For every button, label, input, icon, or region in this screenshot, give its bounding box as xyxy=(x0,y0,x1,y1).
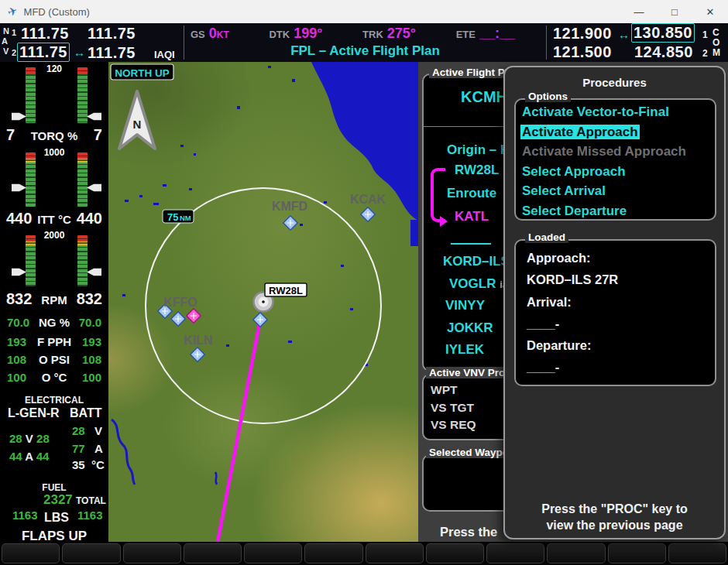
nav-swap-icon[interactable]: ↔ xyxy=(74,46,85,59)
fpl-list-jokkr[interactable]: JOKKR xyxy=(447,320,493,336)
groundspeed-field: GS0KT xyxy=(191,26,229,42)
fpl-list-iylek[interactable]: IYLEK xyxy=(445,342,484,358)
nav2-number: 2 xyxy=(12,48,16,57)
water-specks xyxy=(122,66,368,366)
fpl-list-vinyy[interactable]: VINYY xyxy=(445,298,485,313)
com-letter-m: M xyxy=(713,47,720,58)
waypoint-diamond-kcak xyxy=(361,207,375,221)
ng-row: 70.0NG %70.0 xyxy=(0,316,108,329)
options-box: Activate Vector-to-Final Activate Approa… xyxy=(514,98,716,221)
waypoint-label-kiln: KILN xyxy=(184,334,212,347)
com-swap-icon[interactable]: ↔ xyxy=(618,28,630,41)
fpl-leg-enroute[interactable]: Enroute xyxy=(447,186,496,201)
itt-values: 440ITT °C440 xyxy=(0,210,108,228)
loaded-approach-label: Approach: xyxy=(527,247,710,269)
fuel-left-value: 1163 xyxy=(12,508,38,522)
batt-amps-unit: A xyxy=(94,442,103,455)
fpl-list-voglr[interactable]: VOGLR ia xyxy=(449,276,508,292)
svg-text:NM: NM xyxy=(180,214,191,222)
softkey-9[interactable] xyxy=(486,543,544,563)
option-select-arrival[interactable]: Select Arrival xyxy=(520,181,712,201)
nav-frequency-block[interactable]: N 1 A V 2 111.75 111.75 111.75 ↔ 111.75 … xyxy=(0,23,184,62)
river xyxy=(112,419,135,485)
proc-hint: Press the "PROC" key to view the previou… xyxy=(505,501,724,533)
softkey-8[interactable] xyxy=(426,543,484,563)
torq-values: 7TORQ %7 xyxy=(0,126,108,144)
fpl-list-kord[interactable]: KORD–ILS xyxy=(443,254,510,269)
softkey-2[interactable] xyxy=(62,543,120,563)
com1-number: 1 xyxy=(702,29,708,40)
softkey-10[interactable] xyxy=(547,543,605,563)
waypoint-diamond-kffo-2 xyxy=(171,312,185,326)
com2-number: 2 xyxy=(702,48,708,59)
option-select-departure[interactable]: Select Departure xyxy=(520,201,712,221)
proc-hint-line2: view the previous page xyxy=(505,517,724,533)
waypoint-diamond-kiln xyxy=(191,348,204,361)
fpl-origin[interactable]: Origin – K xyxy=(447,142,510,158)
loaded-label: Loaded xyxy=(525,231,568,243)
torq-gauge-right-bar xyxy=(77,67,88,123)
itt-right-pointer xyxy=(87,182,101,193)
vnv-row-vsreq: VS REQ xyxy=(431,418,476,432)
creek xyxy=(215,472,217,485)
loaded-arrival-label: Arrival: xyxy=(527,291,710,313)
fpl-leg-rw28l[interactable]: RW28L xyxy=(455,163,499,178)
softkey-6[interactable] xyxy=(304,543,362,563)
fpl-cyan-separator xyxy=(451,243,491,245)
loaded-box: Approach: KORD–ILS 27R Arrival: ____- De… xyxy=(514,239,716,386)
vnv-row-wpt: WPT xyxy=(431,383,457,397)
north-arrow: N xyxy=(119,91,155,149)
fuel-quantity: 2327 xyxy=(43,492,73,508)
close-button[interactable]: ✕ xyxy=(692,0,728,23)
procedures-popup: Procedures Options Activate Vector-to-Fi… xyxy=(503,66,726,539)
nav1-right-frequency: 111.75 xyxy=(88,25,136,43)
proc-hint-line1: Press the "PROC" key to xyxy=(505,501,724,517)
option-select-approach[interactable]: Select Approach xyxy=(520,162,712,182)
softkey-4[interactable] xyxy=(184,543,242,563)
torq-left-pointer xyxy=(12,111,26,122)
softkey-7[interactable] xyxy=(366,543,424,563)
fpl-leg-katl[interactable]: KATL xyxy=(455,209,489,224)
option-activate-vtf[interactable]: Activate Vector-to-Final xyxy=(520,102,712,122)
loaded-departure-label: Departure: xyxy=(527,334,710,356)
trk-field: TRK275° xyxy=(362,26,416,42)
nav2-left-frequency[interactable]: 111.75 xyxy=(17,43,70,62)
loaded-approach-value: KORD–ILS 27R xyxy=(527,269,710,290)
com-frequency-block[interactable]: 121.900 ↔ 130.850 121.500 124.850 1 C O … xyxy=(547,23,728,62)
map-overlay: N KMFD KCAK KFFO KILN RW28L xyxy=(108,62,418,542)
page-title: FPL – Active Flight Plan xyxy=(184,43,546,59)
range-label: 75 NM xyxy=(163,210,194,223)
rpm-values: 832RPM832 xyxy=(0,290,108,308)
vnv-row-vstgt: VS TGT xyxy=(431,401,474,415)
fuel-header: FUEL xyxy=(0,482,108,493)
softkey-12[interactable] xyxy=(668,543,726,563)
softkey-row xyxy=(0,542,728,565)
nav2-right-frequency: 111.75 xyxy=(88,44,136,62)
navigation-map[interactable]: N KMFD KCAK KFFO KILN RW28L xyxy=(108,62,418,542)
batt-volts-unit: V xyxy=(94,424,102,437)
waypoint-diamond-kmfd xyxy=(283,216,297,230)
maximize-button[interactable]: □ xyxy=(657,0,692,23)
softkey-3[interactable] xyxy=(123,543,181,563)
waypoint-label-kmfd: KMFD xyxy=(272,200,307,213)
softkey-11[interactable] xyxy=(608,543,666,563)
svg-text:NORTH UP: NORTH UP xyxy=(115,67,170,79)
batt-label: BATT xyxy=(70,406,101,420)
softkey-5[interactable] xyxy=(244,543,302,563)
rpm-right-pointer xyxy=(87,266,101,278)
com-letter-c: C xyxy=(713,27,719,38)
rpm-gauge-left-bar xyxy=(26,235,36,286)
nav-letter-n: N xyxy=(3,26,9,36)
softkey-1[interactable] xyxy=(2,543,60,563)
fpl-ident[interactable]: KCMH xyxy=(461,88,507,106)
option-activate-approach[interactable]: Activate Approach xyxy=(520,122,712,142)
app-icon: ✈ xyxy=(5,3,19,19)
waypoint-label-kcak: KCAK xyxy=(350,193,386,206)
batt-temp-unit: °C xyxy=(91,458,105,471)
torq-gauge-left-bar xyxy=(26,67,36,123)
window-titlebar: ✈ MFD (Custom) — □ ✕ xyxy=(0,0,728,24)
waypoint-diamond-magenta xyxy=(187,309,201,323)
torq-right-pointer xyxy=(87,111,101,122)
com1-right-frequency[interactable]: 130.850 xyxy=(631,23,695,43)
minimize-button[interactable]: — xyxy=(621,0,657,23)
